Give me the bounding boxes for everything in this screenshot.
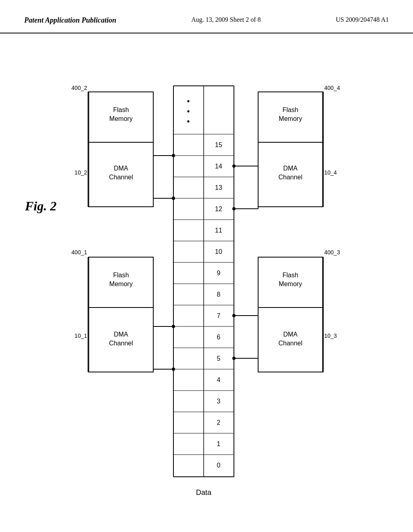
flash-memory-3-text1: Flash: [282, 272, 298, 278]
dot-conn-10-3-ch5: [232, 357, 236, 360]
ref-10-1: 10_1: [75, 332, 87, 339]
dot-conn-10-4-ch14: [232, 164, 236, 168]
publication-label: Patent Application Publication: [24, 16, 116, 25]
dma-channel-2-text2: Channel: [109, 174, 133, 181]
ref-400-2: 400_2: [71, 85, 87, 91]
ref-400-1: 400_1: [71, 249, 87, 256]
ch2-label: 2: [217, 419, 221, 426]
ch11-label: 11: [215, 227, 222, 234]
ch8-label: 8: [217, 291, 221, 298]
dot1: •: [187, 97, 190, 106]
circuit-diagram: 15 14 13 12 11 10 9 8 7 6 5 4 3 2 1 0 • …: [0, 33, 413, 525]
dot-conn-10-1-ch6: [172, 325, 175, 328]
ch1-label: 1: [217, 441, 221, 447]
flash-memory-2-text2: Memory: [109, 115, 133, 122]
dot-conn-10-1-ch4: [172, 368, 175, 371]
dot-conn-10-3-ch7: [232, 314, 236, 317]
ch13-label: 13: [215, 184, 222, 191]
ref-400-3: 400_3: [324, 249, 340, 256]
ch7-label: 7: [217, 312, 221, 319]
flash-memory-4-text2: Memory: [279, 115, 302, 122]
ch5-label: 5: [217, 355, 221, 362]
data-label: Data: [196, 488, 212, 497]
ch4-label: 4: [217, 376, 221, 383]
ch14-label: 14: [215, 163, 222, 170]
ref-10-2: 10_2: [75, 169, 87, 176]
flash-memory-1-text1: Flash: [113, 272, 129, 278]
dot-conn-10-2-ch15: [172, 154, 175, 157]
flash-memory-4-text1: Flash: [282, 106, 298, 113]
ref-10-4: 10_4: [324, 169, 337, 176]
ch10-label: 10: [215, 248, 222, 255]
ch15-label: 15: [215, 141, 222, 148]
page-header: Patent Application Publication Aug. 13, …: [0, 0, 413, 33]
flash-memory-2-text1: Flash: [113, 106, 129, 113]
flash-memory-3-text2: Memory: [279, 281, 302, 287]
ref-400-4: 400_4: [324, 85, 340, 91]
ch12-label: 12: [215, 206, 222, 212]
ch9-label: 9: [217, 270, 221, 276]
patent-number-label: US 2009/204748 A1: [336, 16, 389, 23]
ref-10-3: 10_3: [324, 332, 337, 339]
dma-channel-1-text2: Channel: [109, 340, 133, 347]
dma-channel-4-text1: DMA: [283, 165, 298, 172]
ch3-label: 3: [217, 398, 221, 405]
diagram-area: Fig. 2: [0, 33, 413, 525]
dma-channel-2-text1: DMA: [114, 165, 128, 172]
dot3: •: [187, 117, 190, 126]
dma-channel-3-text1: DMA: [283, 331, 298, 338]
ch0-label: 0: [217, 462, 221, 469]
date-sheet-label: Aug. 13, 2009 Sheet 2 of 8: [191, 16, 261, 23]
dot-conn-10-2-ch13: [172, 197, 175, 200]
dma-channel-3-text2: Channel: [278, 340, 302, 347]
dma-channel-4-text2: Channel: [278, 174, 302, 181]
ch6-label: 6: [217, 334, 221, 341]
flash-memory-1-text2: Memory: [109, 281, 133, 287]
dot-conn-10-4-ch12: [232, 207, 236, 210]
dma-channel-1-text1: DMA: [114, 331, 128, 338]
dot2: •: [187, 107, 190, 116]
